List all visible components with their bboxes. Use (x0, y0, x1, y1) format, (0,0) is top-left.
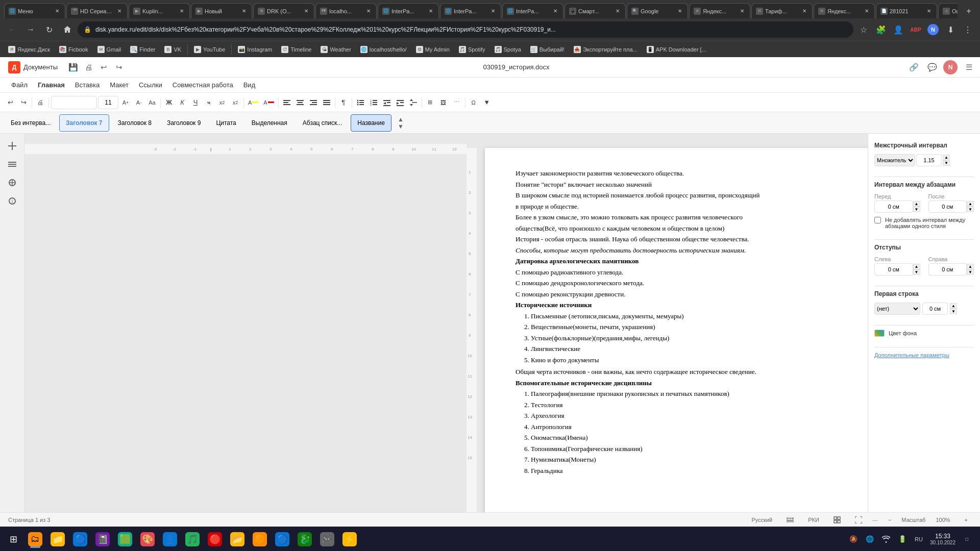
style-preset-no_interval[interactable]: Без интерва... (4, 114, 57, 132)
tab-15[interactable]: 📄 281021 ✕ (876, 3, 937, 18)
before-up[interactable]: ▲ (913, 201, 920, 207)
taskbar-item-10[interactable]: 🟠 (249, 529, 271, 549)
highlight-button[interactable]: A (246, 95, 260, 110)
first-line-size-input[interactable] (922, 303, 948, 315)
keyboard-button[interactable] (782, 514, 798, 525)
menu-item-файл[interactable]: Файл (6, 78, 33, 92)
zoom-in-button[interactable]: + (961, 514, 972, 525)
right-up[interactable]: ▲ (967, 264, 974, 269)
insert-more-button[interactable]: ⋯ (451, 95, 463, 110)
taskbar-item-12[interactable]: 🐉 (294, 529, 315, 549)
left-tool-3[interactable] (4, 174, 20, 191)
menu-item-макет[interactable]: Макет (105, 78, 134, 92)
italic-button[interactable]: К (176, 95, 188, 110)
undo-toolbar-button[interactable]: ↩ (96, 60, 111, 74)
style-preset-title[interactable]: Название (351, 114, 391, 132)
tab-close-3[interactable]: ✕ (178, 8, 185, 15)
bookmark-7[interactable]: ⏱Timeline (277, 43, 315, 56)
bg-color-swatch[interactable] (874, 330, 885, 337)
tab-3[interactable]: ▶ Kuplin... ✕ (129, 3, 190, 18)
first-line-select[interactable]: (нет) (874, 303, 920, 315)
taskbar-item-5[interactable]: 🎨 (137, 529, 158, 549)
font-grow-button[interactable]: A+ (119, 95, 132, 110)
first-line-down[interactable]: ▼ (950, 309, 957, 314)
align-right-button[interactable] (307, 95, 320, 110)
reload-button[interactable]: ↻ (41, 21, 57, 38)
align-center-button[interactable] (294, 95, 306, 110)
indent-button[interactable] (394, 95, 406, 110)
font-shrink-button[interactable]: A- (133, 95, 145, 110)
left-tool-1[interactable] (4, 138, 20, 154)
undo-button[interactable]: ↩ (4, 95, 16, 110)
network-icon[interactable]: 🌐 (863, 532, 877, 546)
taskbar-item-1[interactable]: 📁 (47, 529, 68, 549)
taskbar-item-6[interactable]: 👤 (159, 529, 181, 549)
right-down[interactable]: ▼ (967, 269, 974, 275)
taskbar-item-11[interactable]: 🔵 (272, 529, 293, 549)
zoom-out-button[interactable]: − (884, 514, 895, 525)
left-tool-4[interactable]: i (4, 193, 20, 209)
insert-image-button[interactable]: 🖼 (437, 95, 450, 110)
multiplier-value-input[interactable] (916, 154, 942, 166)
bookmark-11[interactable]: 🎵Spotify (455, 43, 489, 56)
bookmark-0[interactable]: ЯЯндекс.Диск (4, 43, 54, 56)
bookmark-13[interactable]: 🛒Выбирай! (526, 43, 569, 56)
tab-11[interactable]: 🔍 Google ✕ (627, 3, 688, 18)
taskbar-item-13[interactable]: 🎮 (316, 529, 338, 549)
before-down[interactable]: ▼ (913, 207, 920, 212)
tab-close-12[interactable]: ✕ (739, 8, 746, 15)
panel-toggle[interactable]: ☰ (962, 60, 976, 74)
bookmark-2[interactable]: ✉Gmail (93, 43, 126, 56)
bookmark-3[interactable]: 🔍Finder (126, 43, 159, 56)
tab-12[interactable]: Я Яндекс... ✕ (689, 3, 750, 18)
menu-item-ссылки[interactable]: Ссылки (134, 78, 167, 92)
special-char-button[interactable]: Ω (468, 95, 480, 110)
taskbar-clock[interactable]: 15:33 30.10.2022 (928, 533, 958, 545)
style-preset-heading8[interactable]: Заголовок 8 (111, 114, 158, 132)
show-desktop-button[interactable]: □ (960, 532, 974, 546)
bookmark-14[interactable]: 📤Экспортируйте пла... (570, 43, 642, 56)
tab-close-8[interactable]: ✕ (489, 8, 497, 15)
tab-16[interactable]: ⚠ Ошибк... ✕ (938, 3, 958, 18)
tab-6[interactable]: 🗺 localho... ✕ (315, 3, 377, 18)
ru-flag[interactable]: RU (912, 532, 926, 546)
redo-toolbar-button[interactable]: ↪ (112, 60, 126, 74)
redo-button[interactable]: ↪ (17, 95, 30, 110)
tab-close-1[interactable]: ✕ (54, 8, 61, 15)
bookmark-8[interactable]: 🌤Weather (316, 43, 355, 56)
battery-icon[interactable]: 🔋 (895, 532, 910, 546)
tab-close-15[interactable]: ✕ (925, 8, 933, 15)
share-button[interactable]: 🔗 (906, 60, 921, 74)
underline-button[interactable]: Ч (189, 95, 202, 110)
tab-close-5[interactable]: ✕ (303, 8, 310, 15)
fit-page-button[interactable] (829, 514, 845, 525)
superscript-button[interactable]: x2 (216, 95, 228, 110)
tab-5[interactable]: ⚙ DRK (О... ✕ (253, 3, 314, 18)
tab-close-11[interactable]: ✕ (676, 8, 683, 15)
bookmark-10[interactable]: ⚙My Admin (412, 43, 454, 56)
numbered-list-button[interactable]: 1.2.3. (368, 95, 380, 110)
language-button[interactable]: Русский (747, 514, 776, 525)
tab-14[interactable]: Я Яндекс... ✕ (814, 3, 875, 18)
style-preset-highlighted[interactable]: Выделенная (245, 114, 294, 132)
tab-10[interactable]: 📱 Смарт... ✕ (565, 3, 626, 18)
profile-button[interactable]: N (925, 21, 941, 38)
justify-button[interactable] (321, 95, 333, 110)
additional-params-link[interactable]: Дополнительные параметры (874, 352, 949, 358)
spacing-button[interactable] (407, 95, 420, 110)
bullet-list-button[interactable] (354, 95, 366, 110)
ABP-button[interactable]: ABP (908, 21, 924, 38)
sync-button[interactable]: 👤 (890, 21, 906, 38)
left-down[interactable]: ▼ (913, 269, 920, 275)
taskbar-item-0[interactable]: 🗂 (24, 529, 46, 549)
document-area[interactable]: -3 -2 -1 | 1 2 3 4 5 6 7 (24, 134, 868, 512)
address-bar[interactable]: 🔒 disk.yandex.ru/edit/disk/disk%2Fбез%20… (78, 21, 853, 38)
zoom-value[interactable]: 100% (932, 514, 954, 525)
after-down[interactable]: ▼ (967, 207, 974, 212)
first-line-up[interactable]: ▲ (950, 303, 957, 309)
taskbar-item-14[interactable]: ⚡ (339, 529, 360, 549)
left-indent-input[interactable] (874, 263, 913, 276)
tab-7[interactable]: 🌐 InterPa... ✕ (378, 3, 439, 18)
tab-close-2[interactable]: ✕ (116, 8, 123, 15)
after-value-input[interactable] (928, 201, 967, 213)
